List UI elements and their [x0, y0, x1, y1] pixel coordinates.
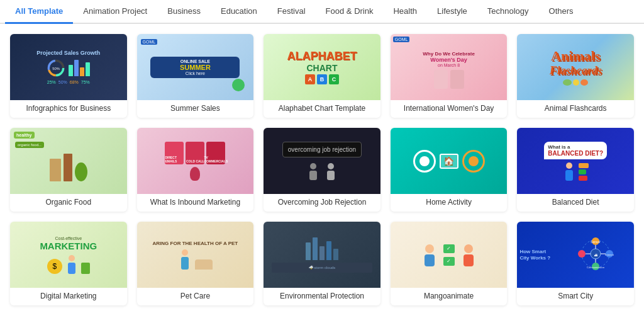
card-label-petcare: Pet Care: [137, 288, 254, 305]
card-label-mango: Mangoanimate: [391, 288, 508, 305]
card-thumb-smartcity: How SmartCity Works ? Sensor Internet Co…: [517, 222, 634, 288]
nav-item-technology[interactable]: Technology: [477, 0, 539, 24]
card-thumb-inbound: DIRECT EMAILS COLD CALL TV COMMERCIALS: [137, 128, 254, 194]
nav-bar: All TemplateAnimation ProjectBusinessEdu…: [0, 0, 644, 24]
svg-text:Communication: Communication: [587, 266, 604, 269]
template-grid: Projected Sales Growth 50%: [0, 24, 644, 316]
nav-item-festival[interactable]: Festival: [267, 0, 316, 24]
card-label-summer: Summer Sales: [137, 100, 254, 118]
svg-rect-6: [309, 171, 317, 180]
card-thumb-home: 🏠: [391, 128, 508, 194]
svg-rect-18: [464, 254, 474, 266]
card-petcare[interactable]: ARING FOR THE HEALTH OF A PET Pet Care: [137, 222, 254, 305]
card-thumb-animals: Animals Flashcards: [517, 34, 634, 100]
card-label-infographics: Infographics for Business: [10, 100, 127, 118]
card-marketing[interactable]: Cost-effective MARKETING $ Digital Marke…: [10, 222, 127, 305]
nav-item-lifestyle[interactable]: Lifestyle: [427, 0, 477, 24]
card-thumb-organic: healthy organic food...: [10, 128, 127, 194]
card-organic[interactable]: healthy organic food... Organic Food: [10, 128, 127, 212]
nav-item-health[interactable]: Health: [383, 0, 427, 24]
card-thumb-mango: ✓ ✓: [391, 222, 508, 288]
nav-item-others[interactable]: Others: [539, 0, 584, 24]
svg-text:Sensor: Sensor: [591, 240, 601, 244]
card-label-marketing: Digital Marketing: [10, 288, 127, 305]
card-label-alphabet: Alaphabet Chart Template: [264, 100, 380, 118]
svg-point-5: [310, 163, 316, 169]
card-label-animals: Animal Flashcards: [517, 100, 634, 118]
svg-text:Internet: Internet: [605, 253, 614, 256]
card-label-home: Home Activity: [391, 194, 508, 212]
card-animals[interactable]: Animals Flashcards Animal Flashcards: [517, 34, 634, 118]
card-mango[interactable]: ✓ ✓ Mangoanimate: [391, 222, 508, 305]
svg-point-26: [578, 250, 586, 258]
card-thumb-womens: GOML Why Do We Celebrate Women's Day on …: [391, 34, 508, 100]
svg-point-11: [69, 255, 75, 261]
svg-rect-16: [425, 254, 435, 266]
card-thumb-environment: 🌩️ storm clouds: [264, 222, 380, 288]
svg-rect-14: [181, 257, 189, 270]
card-thumb-rejection: overcoming job rejection: [264, 128, 380, 194]
card-alphabet[interactable]: ALAPHABET CHART A B C Alaphabet Chart Te…: [264, 34, 380, 118]
svg-rect-8: [327, 171, 335, 180]
svg-text:🏙: 🏙: [594, 253, 597, 257]
svg-point-13: [182, 249, 188, 256]
svg-point-15: [425, 244, 434, 253]
card-inbound[interactable]: DIRECT EMAILS COLD CALL TV COMMERCIALS W…: [137, 128, 254, 212]
svg-point-17: [464, 244, 473, 253]
card-diet[interactable]: What is a BALANCED DIET? Balanced Diet: [517, 128, 634, 212]
card-label-smartcity: Smart City: [517, 288, 634, 305]
svg-text:50%: 50%: [52, 67, 60, 71]
nav-item-animation-project[interactable]: Animation Project: [73, 0, 157, 24]
card-label-womens: International Women's Day: [391, 100, 508, 118]
card-smartcity[interactable]: How SmartCity Works ? Sensor Internet Co…: [517, 222, 634, 305]
card-environment[interactable]: 🌩️ storm clouds Environmental Protection: [264, 222, 380, 305]
card-thumb-infographics: Projected Sales Growth 50%: [10, 34, 127, 100]
card-womens[interactable]: GOML Why Do We Celebrate Women's Day on …: [391, 34, 508, 118]
card-thumb-diet: What is a BALANCED DIET?: [517, 128, 634, 194]
nav-item-business[interactable]: Business: [157, 0, 211, 24]
card-thumb-petcare: ARING FOR THE HEALTH OF A PET: [137, 222, 254, 288]
card-label-inbound: What Is Inbound Marketing: [137, 194, 254, 212]
card-rejection[interactable]: overcoming job rejection Overcoming Job …: [264, 128, 380, 212]
svg-point-7: [328, 163, 334, 169]
card-label-rejection: Overcoming Job Rejection: [264, 194, 380, 212]
card-infographics[interactable]: Projected Sales Growth 50%: [10, 34, 127, 118]
svg-rect-10: [565, 170, 573, 181]
card-thumb-alphabet: ALAPHABET CHART A B C: [264, 34, 380, 100]
nav-item-all-template[interactable]: All Template: [5, 0, 73, 24]
svg-rect-12: [68, 263, 75, 274]
nav-item-education[interactable]: Education: [211, 0, 267, 24]
nav-item-food-&-drink[interactable]: Food & Drink: [316, 0, 384, 24]
card-label-organic: Organic Food: [10, 194, 127, 212]
card-thumb-marketing: Cost-effective MARKETING $: [10, 222, 127, 288]
card-label-diet: Balanced Diet: [517, 194, 634, 212]
card-home[interactable]: 🏠 Home Activity: [391, 128, 508, 212]
card-label-environment: Environmental Protection: [264, 288, 380, 305]
card-summer[interactable]: ONLINE SALE SUMMER Click here GOML Summe…: [137, 34, 254, 118]
card-thumb-summer: ONLINE SALE SUMMER Click here GOML: [137, 34, 254, 100]
svg-point-9: [566, 162, 572, 169]
